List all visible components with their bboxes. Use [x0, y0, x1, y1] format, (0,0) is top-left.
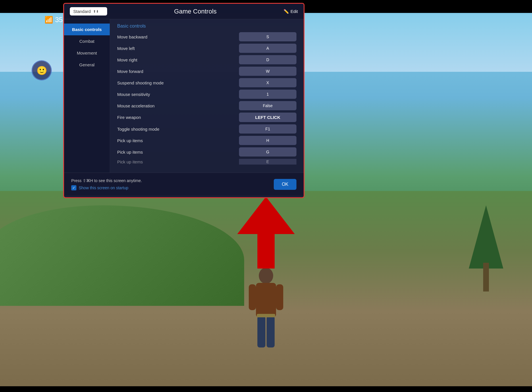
key-badge-move-left[interactable]: A: [239, 44, 296, 53]
footer-left: Press ⇧⌘H to see this screen anytime. ✓ …: [71, 178, 142, 190]
dialog-title: Game Controls: [113, 8, 278, 15]
preset-value: Standard: [73, 9, 91, 14]
show-on-startup-row[interactable]: ✓ Show this screen on startup: [71, 185, 142, 190]
arrow-body: [257, 234, 275, 269]
control-row-pick-up-3: Pick up items E: [117, 159, 296, 165]
sidebar: Basic controls Combat Movement General: [64, 19, 110, 173]
sidebar-item-general[interactable]: General: [64, 59, 110, 71]
key-badge-mouse-acceleration[interactable]: False: [239, 101, 296, 110]
svg-rect-1: [256, 283, 276, 317]
tree-trunk: [483, 263, 489, 291]
dropdown-arrows-icon: ⬆⬇: [93, 9, 99, 13]
tree-top: [469, 205, 503, 269]
sidebar-item-combat-label: Combat: [79, 39, 95, 44]
control-row-toggle-shooting: Toggle shooting mode F1: [117, 124, 296, 134]
control-label-move-backward: Move backward: [117, 34, 147, 39]
wifi-signal: 📶 35: [45, 16, 63, 24]
control-row-move-right: Move right D: [117, 55, 296, 64]
key-badge-pick-up-1[interactable]: H: [239, 136, 296, 145]
svg-rect-6: [257, 314, 275, 317]
control-label-move-left: Move left: [117, 46, 135, 51]
edit-button[interactable]: ✏️ Edit: [284, 9, 298, 14]
control-row-mouse-sensitivity: Mouse sensitivity 1: [117, 90, 296, 99]
control-row-move-backward: Move backward S: [117, 32, 296, 41]
sidebar-item-general-label: General: [79, 62, 95, 67]
sidebar-item-basic-controls-label: Basic controls: [72, 27, 102, 32]
ok-button[interactable]: OK: [274, 179, 296, 190]
key-badge-pick-up-3[interactable]: E: [239, 159, 296, 165]
control-row-move-forward: Move forward W: [117, 67, 296, 76]
control-row-mouse-acceleration: Mouse acceleration False: [117, 101, 296, 110]
black-bar-bottom: [0, 386, 532, 392]
control-label-fire-weapon: Fire weapon: [117, 115, 141, 120]
control-label-mouse-acceleration: Mouse acceleration: [117, 103, 155, 108]
control-label-pick-up-2: Pick up items: [117, 150, 143, 155]
key-badge-move-right[interactable]: D: [239, 55, 296, 64]
show-on-startup-label: Show this screen on startup: [79, 186, 128, 190]
keyboard-shortcut-hint: Press ⇧⌘H to see this screen anytime.: [71, 178, 142, 183]
key-badge-pick-up-2[interactable]: G: [239, 147, 296, 157]
wifi-icon: 📶: [45, 16, 53, 24]
control-row-pick-up-1: Pick up items H: [117, 136, 296, 145]
character: [243, 266, 289, 358]
red-arrow: [237, 197, 295, 269]
arrow-head: [237, 197, 295, 234]
control-row-move-left: Move left A: [117, 44, 296, 53]
control-label-mouse-sensitivity: Mouse sensitivity: [117, 92, 150, 97]
emoji-icon: 🙂: [36, 65, 47, 76]
sidebar-item-movement[interactable]: Movement: [64, 47, 110, 59]
control-label-pick-up-1: Pick up items: [117, 138, 143, 143]
pencil-icon: ✏️: [284, 9, 289, 14]
tree-right: [469, 205, 503, 291]
section-title: Basic controls: [117, 24, 296, 29]
key-badge-move-forward[interactable]: W: [239, 67, 296, 76]
edit-label: Edit: [290, 9, 298, 14]
show-on-startup-checkbox[interactable]: ✓: [71, 185, 76, 190]
control-row-pick-up-2: Pick up items G: [117, 147, 296, 157]
svg-rect-4: [249, 284, 256, 310]
svg-rect-5: [276, 284, 283, 310]
sidebar-item-basic-controls[interactable]: Basic controls: [64, 24, 110, 35]
emoji-circle: 🙂: [32, 60, 52, 80]
dialog-header: Standard ⬆⬇ Game Controls ✏️ Edit: [64, 4, 304, 19]
control-label-suspend-shooting: Suspend shooting mode: [117, 80, 164, 85]
svg-rect-3: [267, 316, 275, 347]
key-badge-toggle-shooting[interactable]: F1: [239, 124, 296, 134]
dialog-footer: Press ⇧⌘H to see this screen anytime. ✓ …: [64, 173, 304, 196]
control-row-suspend-shooting: Suspend shooting mode X: [117, 78, 296, 87]
preset-dropdown[interactable]: Standard ⬆⬇: [70, 7, 107, 16]
control-label-move-right: Move right: [117, 57, 137, 62]
game-controls-dialog: Standard ⬆⬇ Game Controls ✏️ Edit Basic …: [63, 3, 304, 198]
signal-value: 35: [55, 16, 63, 24]
control-label-move-forward: Move forward: [117, 69, 143, 74]
sidebar-item-combat[interactable]: Combat: [64, 35, 110, 47]
key-badge-suspend-shooting[interactable]: X: [239, 78, 296, 87]
control-label-toggle-shooting: Toggle shooting mode: [117, 127, 159, 132]
dialog-body: Basic controls Combat Movement General B…: [64, 19, 304, 173]
key-badge-move-backward[interactable]: S: [239, 32, 296, 41]
control-row-fire-weapon: Fire weapon LEFT CLICK: [117, 113, 296, 122]
key-badge-fire-weapon[interactable]: LEFT CLICK: [239, 113, 296, 122]
key-badge-mouse-sensitivity[interactable]: 1: [239, 90, 296, 99]
sidebar-item-movement-label: Movement: [77, 51, 97, 55]
svg-point-0: [259, 268, 273, 284]
control-label-pick-up-3: Pick up items: [117, 159, 143, 164]
svg-rect-2: [257, 316, 265, 347]
controls-content: Basic controls Move backward S Move left…: [110, 19, 304, 173]
